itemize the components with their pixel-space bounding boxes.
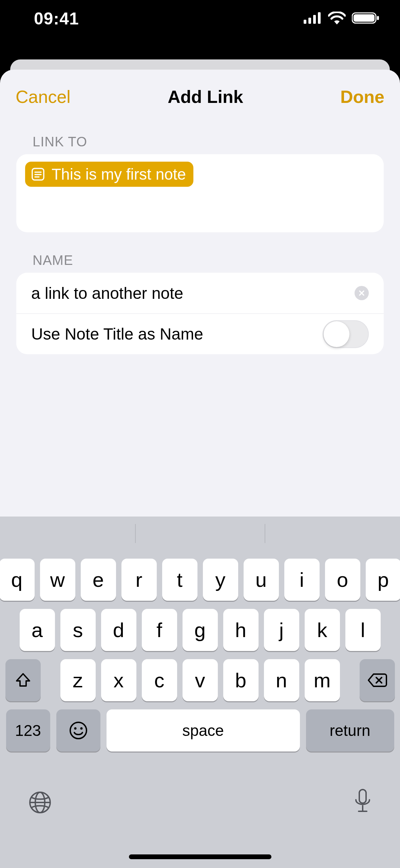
link-to-section-label: LINK TO: [33, 134, 400, 149]
wifi-icon: [328, 12, 346, 26]
keyboard: q w e r t y u i o p a s d f g h j k l: [0, 517, 400, 868]
add-link-sheet: Cancel Add Link Done LINK TO This is my …: [0, 70, 400, 517]
key-x[interactable]: x: [101, 659, 136, 701]
keyboard-row-3: z x c v b n m: [5, 659, 395, 701]
status-bar: 09:41: [0, 0, 400, 37]
status-time: 09:41: [34, 9, 79, 29]
clear-text-button[interactable]: [355, 286, 369, 300]
shift-icon: [15, 672, 32, 689]
key-y[interactable]: y: [203, 559, 238, 601]
home-indicator[interactable]: [129, 854, 271, 859]
key-b[interactable]: b: [223, 659, 259, 701]
link-name-input[interactable]: [31, 284, 355, 303]
key-n[interactable]: n: [264, 659, 299, 701]
svg-point-11: [70, 722, 87, 739]
key-q[interactable]: q: [0, 559, 35, 601]
globe-key[interactable]: [27, 790, 53, 817]
key-e[interactable]: e: [81, 559, 116, 601]
key-f[interactable]: f: [142, 609, 177, 651]
keyboard-bottom-bar: [0, 752, 400, 868]
key-s[interactable]: s: [60, 609, 96, 651]
key-p[interactable]: p: [366, 559, 400, 601]
mic-icon: [353, 788, 373, 817]
status-icons: [304, 12, 380, 26]
svg-rect-3: [318, 12, 321, 24]
space-key[interactable]: space: [107, 709, 300, 752]
backspace-icon: [367, 673, 387, 688]
key-k[interactable]: k: [305, 609, 340, 651]
close-icon: [358, 290, 365, 296]
key-u[interactable]: u: [244, 559, 279, 601]
svg-point-12: [74, 727, 76, 730]
keyboard-row-1: q w e r t y u i o p: [5, 559, 395, 601]
linked-note-title: This is my first note: [52, 165, 186, 183]
key-m[interactable]: m: [305, 659, 340, 701]
key-o[interactable]: o: [325, 559, 360, 601]
use-title-row: Use Note Title as Name: [16, 313, 384, 354]
cancel-button[interactable]: Cancel: [16, 87, 71, 107]
use-title-label: Use Note Title as Name: [31, 325, 203, 343]
key-v[interactable]: v: [183, 659, 218, 701]
emoji-icon: [69, 721, 88, 740]
key-d[interactable]: d: [101, 609, 136, 651]
suggestion-separator: [265, 524, 265, 543]
svg-rect-6: [377, 16, 379, 20]
name-section-label: NAME: [33, 253, 400, 268]
key-c[interactable]: c: [142, 659, 177, 701]
nav-bar: Cancel Add Link Done: [0, 80, 400, 114]
key-h[interactable]: h: [223, 609, 259, 651]
key-r[interactable]: r: [121, 559, 157, 601]
link-to-card[interactable]: This is my first note: [16, 154, 384, 232]
emoji-key[interactable]: [56, 709, 100, 752]
svg-rect-1: [308, 18, 311, 24]
svg-rect-0: [304, 20, 306, 24]
key-l[interactable]: l: [345, 609, 381, 651]
key-g[interactable]: g: [183, 609, 218, 651]
done-button[interactable]: Done: [340, 87, 384, 107]
svg-rect-17: [359, 790, 366, 803]
svg-point-13: [80, 727, 82, 730]
key-z[interactable]: z: [60, 659, 96, 701]
svg-rect-5: [354, 14, 375, 22]
name-row: [16, 273, 384, 313]
name-card: Use Note Title as Name: [16, 273, 384, 354]
suggestion-separator: [135, 524, 136, 543]
numbers-key[interactable]: 123: [6, 709, 50, 752]
key-t[interactable]: t: [162, 559, 197, 601]
key-w[interactable]: w: [40, 559, 75, 601]
key-i[interactable]: i: [284, 559, 320, 601]
use-title-toggle[interactable]: [323, 320, 369, 348]
globe-icon: [27, 790, 53, 815]
dictation-key[interactable]: [353, 788, 373, 818]
svg-rect-2: [313, 15, 316, 24]
keyboard-row-4: 123 space return: [5, 709, 395, 752]
return-key[interactable]: return: [306, 709, 394, 752]
cellular-icon: [304, 12, 322, 25]
keyboard-row-2: a s d f g h j k l: [5, 609, 395, 651]
key-a[interactable]: a: [20, 609, 55, 651]
backspace-key[interactable]: [360, 659, 395, 701]
note-icon: [30, 166, 46, 182]
battery-icon: [352, 12, 380, 26]
sheet-title: Add Link: [168, 87, 243, 107]
toggle-knob: [324, 321, 349, 347]
key-j[interactable]: j: [264, 609, 299, 651]
linked-note-chip[interactable]: This is my first note: [25, 162, 193, 187]
suggestion-bar: [0, 517, 400, 550]
shift-key[interactable]: [5, 659, 41, 701]
